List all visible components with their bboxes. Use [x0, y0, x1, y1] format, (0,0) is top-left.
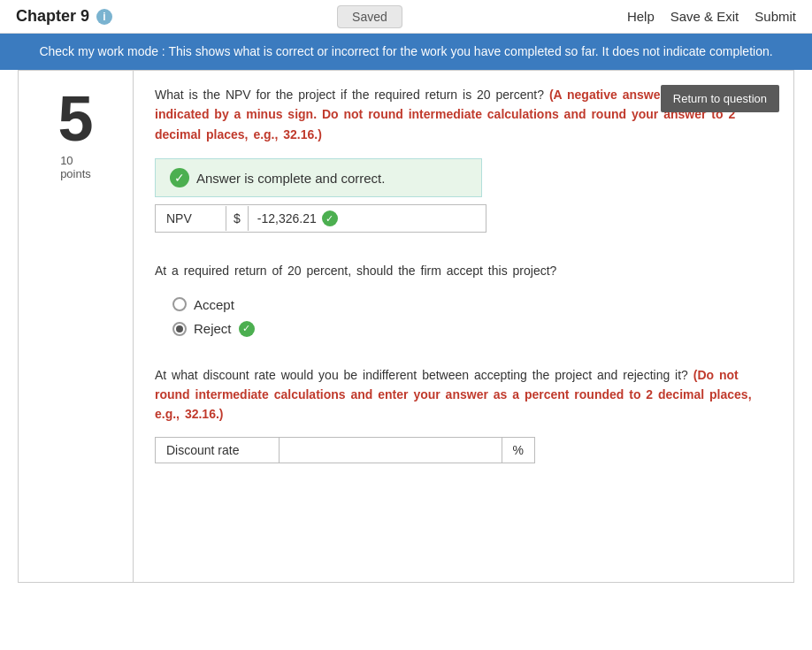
accept-label: Accept	[194, 297, 234, 312]
header-right: Help Save & Exit Submit	[627, 9, 796, 24]
npv-value: -12,326.21 ✓	[249, 205, 486, 232]
discount-rate-input[interactable]	[280, 438, 502, 463]
reject-option[interactable]: Reject ✓	[172, 321, 772, 337]
chapter-title: Chapter 9	[16, 7, 89, 26]
discount-rate-row: Discount rate %	[155, 437, 535, 463]
section3: At what discount rate would you be indif…	[155, 365, 772, 463]
submit-button[interactable]: Submit	[755, 9, 796, 24]
banner-text: Check my work mode : This shows what is …	[39, 44, 772, 58]
question-number-col: 5 10 points	[19, 71, 134, 582]
accept-radio[interactable]	[172, 297, 187, 311]
section2: At a required return of 20 percent, shou…	[155, 261, 772, 336]
help-link[interactable]: Help	[627, 9, 655, 24]
check-icon: ✓	[170, 168, 189, 187]
banner: Check my work mode : This shows what is …	[0, 34, 812, 70]
saved-badge: Saved	[337, 5, 402, 28]
reject-radio[interactable]	[172, 322, 187, 336]
return-to-question-button[interactable]: Return to question	[661, 85, 779, 112]
discount-rate-label: Discount rate	[156, 438, 280, 463]
accept-option[interactable]: Accept	[172, 297, 772, 312]
info-icon[interactable]: i	[96, 9, 112, 25]
reject-label: Reject	[194, 321, 232, 336]
question3-text: At what discount rate would you be indif…	[155, 365, 772, 424]
reject-check-icon: ✓	[239, 321, 255, 337]
npv-row: NPV $ -12,326.21 ✓	[155, 204, 486, 233]
question-number: 5	[57, 87, 93, 150]
header-left: Chapter 9 i	[16, 7, 112, 26]
points-label: 10 points	[60, 154, 91, 180]
question-card: 5 10 points Return to question What is t…	[18, 70, 794, 583]
header: Chapter 9 i Saved Help Save & Exit Submi…	[0, 0, 812, 34]
discount-rate-field[interactable]	[288, 443, 493, 457]
dollar-sign: $	[226, 206, 249, 231]
npv-label: NPV	[156, 206, 226, 231]
percent-sign: %	[502, 438, 534, 463]
save-exit-link[interactable]: Save & Exit	[670, 9, 739, 24]
answer-complete-label: Answer is complete and correct.	[196, 171, 385, 186]
radio-group: Accept Reject ✓	[172, 297, 772, 337]
npv-check-icon: ✓	[322, 210, 338, 226]
question-content: Return to question What is the NPV for t…	[134, 71, 793, 582]
saved-badge-container: Saved	[337, 9, 402, 24]
main-content: 5 10 points Return to question What is t…	[0, 70, 812, 600]
question2-text: At a required return of 20 percent, shou…	[155, 261, 772, 280]
answer-complete-banner: ✓ Answer is complete and correct.	[155, 158, 482, 197]
